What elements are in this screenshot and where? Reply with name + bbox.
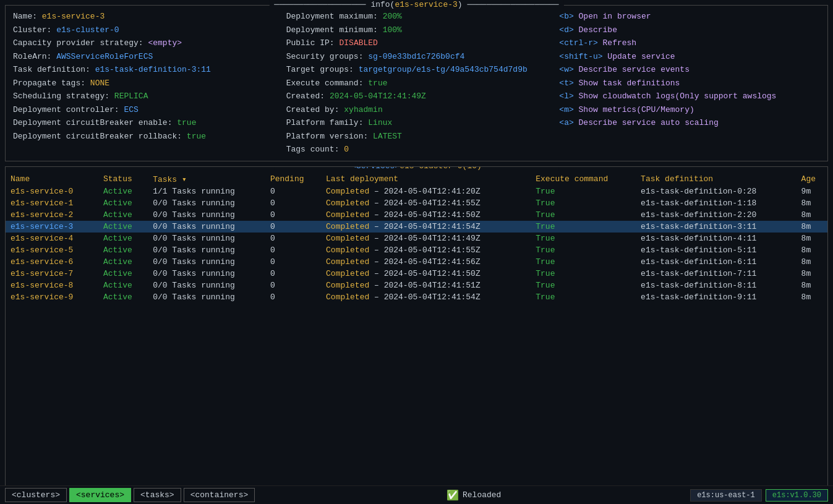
version-badge: e1s:v1.0.30 — [766, 489, 828, 502]
cell-task-def: e1s-task-definition-9:11 — [636, 291, 797, 303]
info-panel-title: ─────────────────── info(e1s-service-3) … — [269, 0, 563, 9]
cell-pending: 0 — [265, 280, 321, 291]
table-row[interactable]: e1s-service-0 Active 1/1 Tasks running 0… — [6, 186, 827, 197]
cell-task-def: e1s-task-definition-6:11 — [636, 256, 797, 268]
info-scheduling: Scheduling strategy: REPLICA — [13, 90, 274, 103]
table-row[interactable]: e1s-service-3 Active 0/0 Tasks running 0… — [6, 221, 827, 233]
tab-containers[interactable]: <containers> — [184, 488, 255, 502]
cell-name: e1s-service-3 — [6, 221, 98, 233]
cell-task-def: e1s-task-definition-3:11 — [636, 221, 797, 233]
cell-age: 8m — [797, 233, 827, 244]
cell-status: Active — [98, 244, 148, 256]
cell-exec-cmd: True — [531, 256, 636, 268]
cell-name: e1s-service-7 — [6, 268, 98, 280]
cell-tasks: 0/0 Tasks running — [148, 291, 265, 303]
cell-status: Active — [98, 268, 148, 280]
cell-exec-cmd: True — [531, 197, 636, 209]
bottom-right: e1s:us-east-1 e1s:v1.0.30 — [690, 489, 828, 502]
cell-last-dep: Completed – 2024-05-04T12:41:55Z — [321, 244, 531, 256]
col-last-dep: Last deployment — [321, 173, 531, 186]
services-panel-title: ══════════════ <Services>e1s-cluster-0(1… — [274, 166, 559, 171]
cell-exec-cmd: True — [531, 280, 636, 291]
cell-exec-cmd: True — [531, 244, 636, 256]
cell-age: 8m — [797, 221, 827, 233]
info-public-ip: Public IP: DISABLED — [286, 37, 547, 49]
info-dep-max: Deployment maximum: 200% — [286, 11, 547, 23]
table-row[interactable]: e1s-service-5 Active 0/0 Tasks running 0… — [6, 244, 827, 256]
info-cb-enable: Deployment circuitBreaker enable: true — [13, 117, 274, 129]
cell-tasks: 0/0 Tasks running — [148, 244, 265, 256]
cell-last-dep: Completed – 2024-05-04T12:41:54Z — [321, 221, 531, 233]
info-tags-count: Tags count: 0 — [286, 143, 547, 156]
table-row[interactable]: e1s-service-8 Active 0/0 Tasks running 0… — [6, 280, 827, 291]
cell-tasks: 0/0 Tasks running — [148, 209, 265, 221]
info-left-col: Name: e1s-service-3 Cluster: e1s-cluster… — [13, 11, 274, 156]
region-badge: e1s:us-east-1 — [690, 489, 762, 502]
cell-pending: 0 — [265, 268, 321, 280]
cell-last-dep: Completed – 2024-05-04T12:41:56Z — [321, 256, 531, 268]
table-row[interactable]: e1s-service-9 Active 0/0 Tasks running 0… — [6, 291, 827, 303]
main-container: ─────────────────── info(e1s-service-3) … — [0, 0, 833, 504]
cell-age: 8m — [797, 268, 827, 280]
tab-tasks[interactable]: <tasks> — [134, 488, 181, 502]
cell-status: Active — [98, 280, 148, 291]
info-sg: Security groups: sg-09e33bd1c726b0cf4 — [286, 51, 547, 63]
info-keybind-shift-u: <shift-u> Update service — [559, 51, 820, 63]
cell-age: 8m — [797, 280, 827, 291]
table-row[interactable]: e1s-service-4 Active 0/0 Tasks running 0… — [6, 233, 827, 244]
cell-tasks: 0/0 Tasks running — [148, 256, 265, 268]
info-platform-family: Platform family: Linux — [286, 117, 547, 129]
checkmark-icon: ✅ — [446, 489, 459, 502]
cell-status: Active — [98, 221, 148, 233]
info-created: Created: 2024-05-04T12:41:49Z — [286, 90, 547, 103]
table-row[interactable]: e1s-service-7 Active 0/0 Tasks running 0… — [6, 268, 827, 280]
cell-pending: 0 — [265, 256, 321, 268]
col-pending: Pending — [265, 173, 321, 186]
info-right-col: <b> Open in browser <d> Describe <ctrl-r… — [559, 11, 820, 156]
info-keybind-b: <b> Open in browser — [559, 11, 820, 23]
cell-exec-cmd: True — [531, 221, 636, 233]
cell-age: 8m — [797, 256, 827, 268]
table-row[interactable]: e1s-service-6 Active 0/0 Tasks running 0… — [6, 256, 827, 268]
info-rolearn: RoleArn: AWSServiceRoleForECS — [13, 51, 274, 63]
tab-services[interactable]: <services> — [69, 488, 131, 502]
cell-name: e1s-service-9 — [6, 291, 98, 303]
cell-task-def: e1s-task-definition-4:11 — [636, 233, 797, 244]
cell-last-dep: Completed – 2024-05-04T12:41:49Z — [321, 233, 531, 244]
cell-pending: 0 — [265, 233, 321, 244]
info-propagate: Propagate tags: NONE — [13, 77, 274, 90]
info-capacity: Capacity provider strategy: <empty> — [13, 37, 274, 49]
cell-exec-cmd: True — [531, 209, 636, 221]
table-row[interactable]: e1s-service-1 Active 0/0 Tasks running 0… — [6, 197, 827, 209]
table-header: Name Status Tasks ▾ Pending Last deploym… — [6, 173, 827, 186]
table-row[interactable]: e1s-service-2 Active 0/0 Tasks running 0… — [6, 209, 827, 221]
cell-tasks: 1/1 Tasks running — [148, 186, 265, 197]
tab-clusters[interactable]: <clusters> — [5, 488, 67, 502]
cell-name: e1s-service-1 — [6, 197, 98, 209]
cell-name: e1s-service-4 — [6, 233, 98, 244]
cell-pending: 0 — [265, 197, 321, 209]
cell-name: e1s-service-6 — [6, 256, 98, 268]
cell-tasks: 0/0 Tasks running — [148, 233, 265, 244]
cell-task-def: e1s-task-definition-2:20 — [636, 209, 797, 221]
col-task-def: Task definition — [636, 173, 797, 186]
cell-task-def: e1s-task-definition-0:28 — [636, 186, 797, 197]
cell-task-def: e1s-task-definition-8:11 — [636, 280, 797, 291]
info-keybind-w: <w> Describe service events — [559, 64, 820, 76]
cell-age: 8m — [797, 197, 827, 209]
info-created-by: Created by: xyhadmin — [286, 104, 547, 116]
bottom-center: ✅ Reloaded — [257, 489, 690, 502]
cell-age: 8m — [797, 209, 827, 221]
cell-name: e1s-service-2 — [6, 209, 98, 221]
cell-status: Active — [98, 291, 148, 303]
info-dep-min: Deployment minimum: 100% — [286, 24, 547, 36]
info-keybind-t: <t> Show task definitions — [559, 77, 820, 90]
cell-exec-cmd: True — [531, 291, 636, 303]
info-keybind-a: <a> Describe service auto scaling — [559, 117, 820, 129]
services-table-body: e1s-service-0 Active 1/1 Tasks running 0… — [6, 186, 827, 303]
col-tasks: Tasks ▾ — [148, 173, 265, 186]
cell-name: e1s-service-8 — [6, 280, 98, 291]
info-platform-version: Platform version: LATEST — [286, 130, 547, 143]
cell-pending: 0 — [265, 221, 321, 233]
cell-tasks: 0/0 Tasks running — [148, 221, 265, 233]
